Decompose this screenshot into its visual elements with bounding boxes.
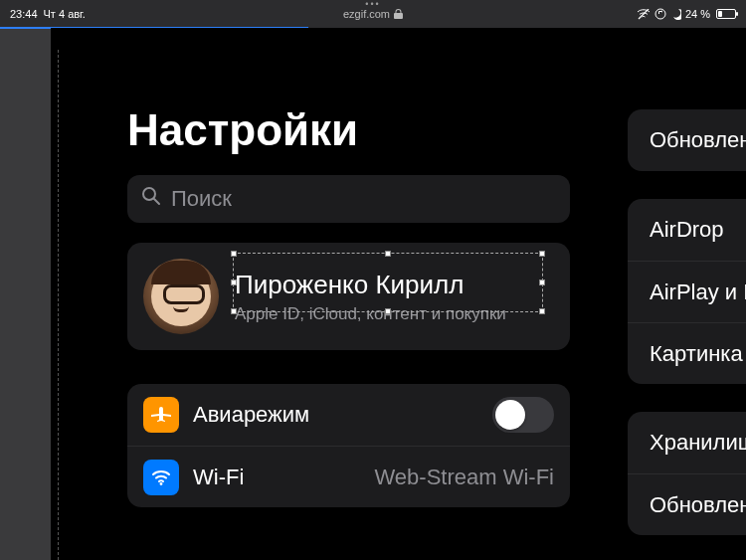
settings-right-column: Обновление AirDrop AirPlay и На Картинка… — [628, 109, 746, 535]
wifi-value: Web-Stream Wi-Fi — [375, 465, 555, 490]
avatar — [143, 259, 219, 334]
lock-icon — [394, 9, 403, 19]
statusbar-time: 23:44 — [10, 8, 38, 20]
page-title: Настройки — [127, 105, 586, 155]
svg-point-1 — [655, 9, 665, 19]
svg-point-4 — [160, 482, 163, 485]
statusbar-center: ••• ezgif.com — [343, 8, 403, 20]
statusbar-date: Чт 4 авг. — [44, 8, 86, 20]
right-group-1: Обновление — [628, 109, 746, 171]
url-text: ezgif.com — [343, 8, 390, 20]
wifi-label: Wi-Fi — [193, 465, 375, 490]
airplane-icon — [143, 397, 179, 433]
statusbar-left: 23:44 Чт 4 авг. — [10, 8, 86, 20]
text-selection-box[interactable] — [233, 253, 543, 312]
row-airdrop[interactable]: AirDrop — [628, 199, 746, 261]
row-airplane[interactable]: Авиарежим — [127, 384, 570, 446]
battery-icon — [716, 9, 736, 19]
orientation-lock-icon — [654, 8, 666, 20]
settings-left-column: Настройки Поиск Пироженко Кирилл Apple I… — [73, 105, 586, 507]
network-group: Авиарежим Wi-Fi Web-Stream Wi-Fi — [127, 384, 570, 507]
content-area: Настройки Поиск Пироженко Кирилл Apple I… — [0, 28, 746, 560]
crop-guide-left — [58, 50, 59, 560]
airplane-toggle[interactable] — [492, 397, 554, 433]
battery-percent: 24 % — [685, 8, 710, 20]
search-placeholder: Поиск — [171, 186, 232, 212]
search-input[interactable]: Поиск — [127, 175, 570, 223]
statusbar-right: 24 % — [637, 8, 736, 20]
tab-dots: ••• — [365, 0, 380, 9]
row-storage[interactable]: Хранилище — [628, 412, 746, 473]
right-group-3: Хранилище Обновление — [628, 412, 746, 535]
appleid-card[interactable]: Пироженко Кирилл Apple ID, iCloud, конте… — [127, 243, 570, 350]
moon-icon — [670, 9, 681, 20]
embedded-screenshot: Настройки Поиск Пироженко Кирилл Apple I… — [51, 28, 746, 560]
browser-statusbar: 23:44 Чт 4 авг. ••• ezgif.com 24 % — [0, 0, 746, 28]
row-background-update[interactable]: Обновление — [628, 473, 746, 535]
right-group-2: AirDrop AirPlay и На Картинка в — [628, 199, 746, 384]
wifi-off-icon — [637, 9, 651, 20]
svg-line-3 — [154, 199, 159, 204]
row-wifi[interactable]: Wi-Fi Web-Stream Wi-Fi — [127, 446, 570, 507]
search-icon — [141, 186, 161, 212]
row-pip[interactable]: Картинка в — [628, 322, 746, 384]
row-airplay[interactable]: AirPlay и На — [628, 261, 746, 322]
wifi-icon — [143, 460, 179, 495]
svg-point-2 — [143, 188, 155, 200]
row-software-update[interactable]: Обновление — [628, 109, 746, 171]
airplane-label: Авиарежим — [193, 402, 492, 428]
